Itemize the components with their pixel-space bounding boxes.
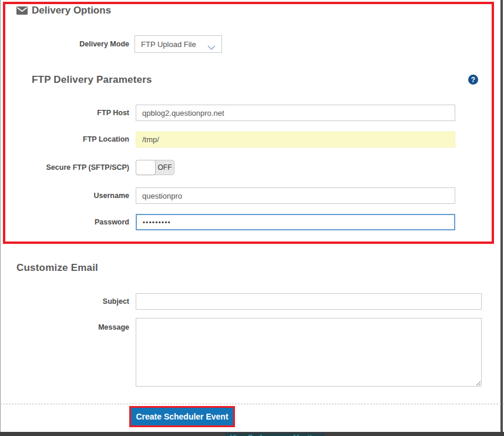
delivery-mode-select[interactable]: FTP Upload File xyxy=(135,35,222,53)
dashed-divider xyxy=(0,404,504,404)
customize-email-title: Customize Email xyxy=(16,262,98,274)
message-label: Message xyxy=(9,323,129,332)
footer-bar: View Performance Monitor xyxy=(0,432,504,436)
username-label: Username xyxy=(9,192,129,200)
ftp-parameters-title: FTP Delivery Parameters xyxy=(32,74,152,86)
toggle-knob xyxy=(136,160,156,175)
create-scheduler-event-button[interactable]: Create Scheduler Event xyxy=(129,406,235,427)
delivery-mode-label: Delivery Mode xyxy=(9,40,129,49)
delivery-options-header: Delivery Options xyxy=(16,5,111,16)
ftp-location-label: FTP Location xyxy=(9,135,129,144)
view-performance-monitor-link[interactable]: View Performance Monitor xyxy=(225,433,324,436)
ftp-host-label: FTP Host xyxy=(9,109,129,118)
delivery-mode-selected-value: FTP Upload File xyxy=(141,40,196,49)
message-textarea[interactable] xyxy=(136,318,482,387)
ftp-host-input[interactable] xyxy=(136,105,455,121)
secure-ftp-label: Secure FTP (SFTP/SCP) xyxy=(9,163,129,172)
delivery-options-title: Delivery Options xyxy=(32,5,111,16)
password-input[interactable] xyxy=(136,214,455,230)
secure-ftp-toggle[interactable]: OFF xyxy=(136,160,174,175)
username-input[interactable] xyxy=(136,187,455,204)
envelope-icon xyxy=(16,6,28,15)
ftp-location-input[interactable] xyxy=(136,132,455,147)
page-left-border xyxy=(0,0,1,436)
password-label: Password xyxy=(9,218,129,227)
toggle-state-label: OFF xyxy=(156,160,174,175)
annotation-highlight-box xyxy=(3,2,494,244)
subject-input[interactable] xyxy=(136,293,482,310)
help-icon[interactable]: ? xyxy=(468,75,478,85)
page-right-border xyxy=(500,0,503,436)
subject-label: Subject xyxy=(9,297,129,306)
chevron-down-icon xyxy=(207,42,216,46)
